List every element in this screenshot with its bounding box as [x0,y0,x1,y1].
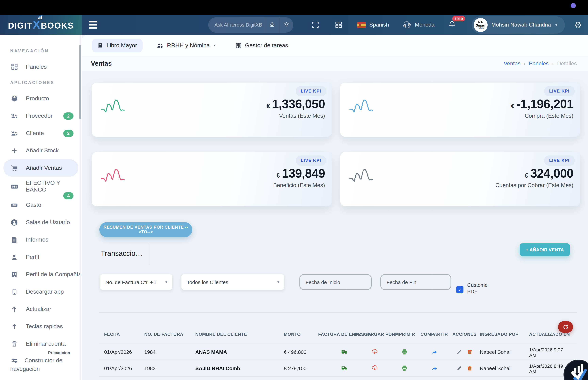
delete-trash-icon[interactable] [467,365,473,371]
col-header-imprimir[interactable]: IMPRIMIR [390,332,419,337]
edit-pencil-icon[interactable] [456,349,462,355]
delivery-truck-icon[interactable] [330,365,360,372]
sidebar-scrollbar-thumb[interactable] [79,45,81,119]
sidebar-item-efectivo-y-banco[interactable]: EFECTIVO Y BANCO 4 [0,177,82,196]
logo-text-x: X [33,18,40,31]
start-date-input[interactable] [300,274,372,290]
sidebar-item-anadir-ventas[interactable]: Añadir Ventas [3,159,78,177]
kpi-cards-grid: LIVE KPI €1,336,050 Ventas (Este Mes) LI… [92,83,580,206]
sales-table: FECHA NO. DE FACTURA NOMBRE DEL CLIENTE … [99,325,577,380]
download-pdf-icon[interactable] [360,348,390,355]
sidebar-item-informes[interactable]: Informes [0,231,82,248]
sidebar-item-label: Cliente [26,130,44,137]
chevron-down-icon: ▾ [165,280,167,285]
invoice-number-select[interactable]: No. de Factura Ctrl + I ▾ [100,274,172,290]
cell-monto: € 496,800 [284,349,330,355]
sidebar-item-producto[interactable]: Producto [0,90,82,107]
col-header-actualizado[interactable]: ACTUALIZADO EN [529,332,575,337]
col-header-fecha[interactable]: FECHA [104,332,144,337]
kpi-card-cuentas-por-cobrar: LIVE KPI €324,000 Cuentas por Cobrar (Es… [340,152,580,206]
ai-search-bar[interactable] [208,17,293,33]
sidebar-item-teclas-rapidas[interactable]: Teclas rapidas [0,318,82,335]
sidebar-item-paneles[interactable]: Paneles [0,58,82,76]
language-label[interactable]: Spanish [369,22,389,28]
col-header-acciones[interactable]: ACCIONES [449,332,480,337]
col-header-pdf[interactable]: DESCARGAR PDF [360,332,390,337]
custom-pdf-checkbox[interactable]: ✓ [456,286,463,293]
tab-libro-mayor[interactable]: Libro Mayor [92,38,143,52]
tab-rrhh-nomina[interactable]: RRHH y Nómina ▾ [152,38,221,52]
user-menu[interactable]: NA Smart Fashion Mohsin Nawab Chandna ▾ [472,16,565,34]
delete-trash-icon[interactable] [467,349,473,355]
end-date-input[interactable] [380,274,451,290]
sidebar-item-gasto[interactable]: $ Gasto [0,196,82,214]
download-pdf-icon[interactable] [360,365,390,372]
app-root: DIGITXBOOKS [0,0,588,380]
breadcrumb-current: Detalles [557,60,577,67]
delivery-truck-icon[interactable] [330,348,360,355]
tab-label: RRHH y Nómina [167,42,210,49]
col-header-compartir[interactable]: COMPARTIR [419,332,449,337]
table-row: 01/Apr/2026 1984 ANAS MAMA € 496,800 Nab… [99,343,577,360]
add-sale-button[interactable]: + AÑADIR VENTA [520,243,570,256]
digitxbooks-floating-logo[interactable] [564,360,588,380]
settings-gear-icon[interactable]: ⚙ [574,20,582,30]
sidebar-item-anadir-stock[interactable]: Añadir Stock [0,142,82,159]
apps-grid-icon[interactable] [334,20,343,29]
sidebar-item-perfil[interactable]: Perfil [0,248,82,266]
breadcrumb-separator: › [524,60,526,66]
breadcrumb: Ventas › Paneles › Detalles [504,60,577,67]
resumen-ventas-button[interactable]: RESUMEN DE VENTAS POR CLIENTE -->TO--> [99,222,192,237]
dashboard-grid-icon [10,63,18,71]
spain-flag-icon[interactable] [357,22,366,28]
kpi-label: Compra (Este Mes) [525,113,573,119]
sidebar-item-descargar-app[interactable]: Descargar app [0,283,82,300]
logo-text-books: BOOKS [41,21,74,31]
edit-pencil-icon[interactable] [456,365,462,371]
sidebar-item-proveedor[interactable]: Proveedor 2 [0,107,82,125]
sidebar-item-label: Perfil de la Compañía [26,271,81,278]
user-circle-icon [10,218,18,227]
breadcrumb-link-paneles[interactable]: Paneles [529,60,549,67]
print-icon[interactable] [390,365,419,372]
kpi-card-ventas: LIVE KPI €1,336,050 Ventas (Este Mes) [92,83,332,137]
sidebar-item-label: Perfil [26,254,39,260]
sidebar-item-actualizar[interactable]: Actualizar [0,300,82,318]
hr-people-gear-icon [157,42,164,49]
sidebar-item-cliente[interactable]: Cliente 2 [0,125,82,142]
clients-select[interactable]: Todos los Clientes ▾ [181,274,284,290]
ai-search-input[interactable] [208,22,265,28]
content-area: LIVE KPI €1,336,050 Ventas (Este Mes) LI… [82,71,588,380]
ai-assistant-icon[interactable] [279,17,293,33]
sidebar-item-salas-de-usuario[interactable]: Salas de Usuario [0,214,82,231]
sidebar: NAVEGACIÓN Paneles APLICACIONES Producto… [0,35,82,380]
currency-exchange-icon[interactable]: $€ [402,20,411,29]
module-tabbar: Libro Mayor RRHH y Nómina ▾ Gestor de ta… [82,35,588,56]
banknote-icon [10,182,18,190]
tab-gestor-tareas[interactable]: Gestor de tareas [230,38,293,52]
sidebar-section-navegacion: NAVEGACIÓN [0,44,82,58]
print-icon[interactable] [390,349,419,355]
report-document-icon [10,236,18,244]
sidebar-item-label: Proveedor [26,113,53,119]
sparkline-compra [349,95,383,115]
col-header-cliente[interactable]: NOMBRE DEL CLIENTE [195,332,284,337]
kpi-value: €-1,196,201 [511,97,573,111]
sidebar-item-perfil-compania[interactable]: Perfil de la Compañía [0,266,82,283]
ai-robot-icon[interactable] [265,17,279,33]
sidebar-item-eliminar-cuenta[interactable]: Eliminar cuenta Precaucion [0,335,82,352]
live-kpi-badge: LIVE KPI [296,86,326,96]
menu-toggle-button[interactable] [89,21,97,29]
cell-ingresado: Nabeel Sohail [480,365,529,371]
notifications-button[interactable]: 1910 [448,20,456,30]
row-actions [449,365,480,371]
fullscreen-icon[interactable] [311,20,320,29]
share-icon[interactable] [419,365,449,372]
breadcrumb-link-ventas[interactable]: Ventas [504,60,520,67]
sidebar-item-constructor-navegacion[interactable]: Constructor de navegacion [0,352,82,374]
kpi-card-beneficio: LIVE KPI €139,849 Beneficio (Este Mes) [92,152,332,206]
currency-label[interactable]: Moneda [415,22,435,28]
share-icon[interactable] [419,349,449,355]
col-header-ingresado[interactable]: INGRESADO POR [480,332,529,337]
col-header-factura[interactable]: NO. DE FACTURA [144,332,195,337]
